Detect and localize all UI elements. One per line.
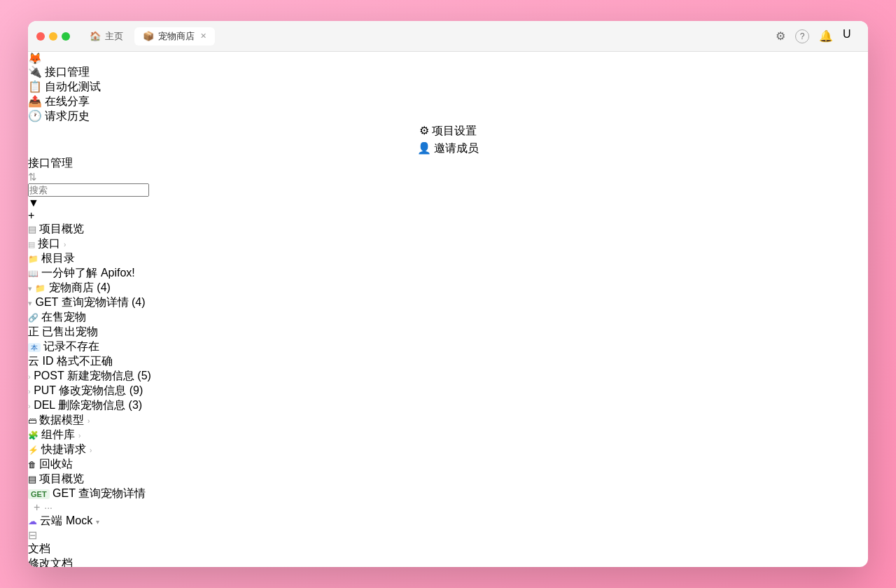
secondary-nav: 文档 修改文档 运行 高级 Mock 性能 ⊟ [28, 542, 868, 567]
project-overview-tab-label: 项目概览 [39, 472, 84, 484]
put-expand-icon: › [28, 387, 31, 396]
tree-item-pet-shop[interactable]: ▾ 📁 宠物商店 (4) [28, 281, 868, 295]
home-icon: 🏠 [90, 31, 101, 41]
sidebar-item-history-label: 请求历史 [45, 110, 90, 122]
del-method-badge: DEL [34, 399, 55, 411]
sidebar-item-online-share-label: 在线分享 [45, 95, 90, 107]
titlebar: 🏠 主页 📦 宠物商店 ✕ ⚙ ? 🔔 U [28, 21, 868, 52]
cloud-badge: 云 [28, 355, 39, 367]
sidebar-item-online-share[interactable]: 📤 在线分享 [28, 94, 868, 109]
doc-icon: 📖 [28, 269, 38, 279]
sidebar-item-settings[interactable]: ⚙ 项目设置 [419, 124, 477, 139]
folder-icon: 📁 [28, 254, 38, 264]
folder-open-icon: ▾ [28, 284, 32, 293]
invite-icon: 👤 [417, 142, 431, 154]
tree-item-root-dir[interactable]: 📁 根目录 [28, 251, 868, 266]
tab-home-label: 主页 [105, 30, 123, 43]
post-method-badge: POST [34, 370, 64, 382]
layout-icon[interactable]: ⊟ [28, 529, 37, 541]
cloud-mock-button[interactable]: ☁ 云端 Mock ▾ [28, 514, 868, 528]
tree-item-overview[interactable]: ▤ 项目概览 [28, 222, 868, 237]
folder-icon-2: 📁 [35, 284, 46, 293]
post-expand-icon: › [28, 372, 31, 381]
quick-req-icon: ⚡ [28, 445, 38, 455]
cloud-icon: ☁ [28, 516, 37, 526]
interface-icon: ▤ [28, 240, 35, 248]
app-logo: 🦊 [28, 52, 868, 65]
tab-home[interactable]: 🏠 主页 [81, 27, 132, 46]
cloud-mock-label: 云端 Mock [40, 514, 92, 526]
tab-close-icon[interactable]: ✕ [200, 31, 206, 41]
tree-item-del-pet[interactable]: › DEL 删除宠物信息 (3) [28, 398, 868, 413]
online-share-icon: 📤 [28, 95, 42, 107]
file-sidebar-header: 接口管理 ⇅ [28, 156, 868, 183]
add-button[interactable]: + [28, 209, 868, 222]
component-icon: 🧩 [28, 430, 38, 440]
more-tabs-icon[interactable]: ··· [44, 502, 52, 513]
sort-icon[interactable]: ⇅ [28, 171, 37, 183]
tree-item-put-pet[interactable]: › PUT 修改宠物信息 (9) [28, 384, 868, 398]
tree-item-pet-sale[interactable]: 🔗 在售宠物 [28, 310, 868, 325]
icon-sidebar: 🦊 🔌 接口管理 📋 自动化测试 📤 在线分享 🕐 请求历史 ⚙ 项目设置 [28, 52, 868, 156]
minimize-button[interactable] [49, 32, 57, 41]
tree-item-pet-sold[interactable]: 正 已售出宠物 [28, 325, 868, 340]
notexist-badge: 本 [28, 343, 41, 352]
get-tab-label: GET 查询宠物详情 [52, 487, 146, 499]
main-content: ▤ 项目概览 GET GET 查询宠物详情 + ··· ☁ 云端 Mock ▾ [28, 472, 868, 567]
tree-item-interface[interactable]: ▤ 接口 › [28, 237, 868, 251]
tree-item-pet-notexist[interactable]: 本 记录不存在 [28, 340, 868, 354]
tab-petshop-label: 宠物商店 [158, 30, 195, 43]
search-input[interactable] [28, 183, 149, 197]
chevron-right-icon-4: › [90, 447, 92, 454]
chevron-right-icon-3: › [78, 432, 80, 440]
top-nav: ▤ 项目概览 GET GET 查询宠物详情 + ··· ☁ 云端 Mock ▾ [28, 472, 868, 542]
settings-sidebar-icon: ⚙ [419, 125, 429, 136]
sidebar-item-invite[interactable]: 👤 邀请成员 [417, 141, 479, 156]
chevron-down-icon: ▾ [96, 518, 99, 526]
tree-item-apifox-intro[interactable]: 📖 一分钟了解 Apifox! [28, 266, 868, 281]
bell-icon[interactable]: 🔔 [819, 29, 833, 43]
get-item-expand-icon: ▾ [28, 299, 32, 307]
tree-item-data-model[interactable]: 🗃 数据模型 › [28, 413, 868, 428]
chevron-right-icon: › [64, 241, 66, 248]
close-button[interactable] [36, 32, 45, 41]
tree-item-pet-invalid[interactable]: 云 ID 格式不正确 [28, 354, 868, 369]
sec-tab-docs[interactable]: 文档 [28, 542, 868, 556]
project-overview-tab-icon: ▤ [28, 474, 36, 484]
get-method-badge: GET [35, 296, 58, 308]
file-sidebar: 接口管理 ⇅ ▼ + ▤ 项目概览 ▤ 接口 › [28, 156, 868, 472]
tree-item-trash[interactable]: 🗑 回收站 [28, 457, 868, 472]
tree-item-get-pet[interactable]: ▾ GET 查询宠物详情 (4) [28, 295, 868, 310]
history-icon: 🕐 [28, 110, 42, 122]
tree-item-post-pet[interactable]: › POST 新建宠物信息 (5) [28, 369, 868, 384]
filter-button[interactable]: ▼ [28, 197, 868, 209]
link-icon: 🔗 [28, 313, 38, 323]
file-sidebar-title: 接口管理 [28, 157, 73, 169]
add-tab-icon[interactable]: + [34, 501, 40, 514]
tab-petshop[interactable]: 📦 宠物商店 ✕ [134, 27, 215, 46]
petshop-icon: 📦 [143, 31, 154, 41]
sec-tab-edit-docs[interactable]: 修改文档 [28, 556, 868, 567]
put-method-badge: PUT [34, 384, 56, 396]
trash-icon: 🗑 [28, 460, 36, 470]
tree-item-component-lib[interactable]: 🧩 组件库 › [28, 428, 868, 442]
del-expand-icon: › [28, 402, 31, 410]
sidebar-item-history[interactable]: 🕐 请求历史 [28, 109, 868, 124]
header-icons: ⇅ [28, 171, 868, 183]
search-bar: ▼ + [28, 183, 868, 222]
window-tabs: 🏠 主页 📦 宠物商店 ✕ [81, 27, 770, 46]
data-model-icon: 🗃 [28, 416, 36, 426]
sidebar-item-auto-test[interactable]: 📋 自动化测试 [28, 80, 868, 94]
settings-icon[interactable]: ⚙ [776, 29, 785, 43]
avatar[interactable]: U [843, 28, 860, 45]
titlebar-actions: ⚙ ? 🔔 U [776, 28, 860, 45]
sidebar-item-settings-label: 项目设置 [432, 125, 477, 136]
chevron-right-icon-2: › [88, 417, 90, 425]
traffic-lights [36, 32, 70, 41]
tree-item-quick-req[interactable]: ⚡ 快捷请求 › [28, 442, 868, 457]
sidebar-item-api-mgmt[interactable]: 🔌 接口管理 [28, 65, 868, 80]
maximize-button[interactable] [62, 32, 70, 41]
tab-project-overview[interactable]: ▤ 项目概览 [28, 472, 868, 486]
help-icon[interactable]: ? [795, 29, 809, 43]
tab-get-pet-detail[interactable]: GET GET 查询宠物详情 [28, 486, 868, 501]
